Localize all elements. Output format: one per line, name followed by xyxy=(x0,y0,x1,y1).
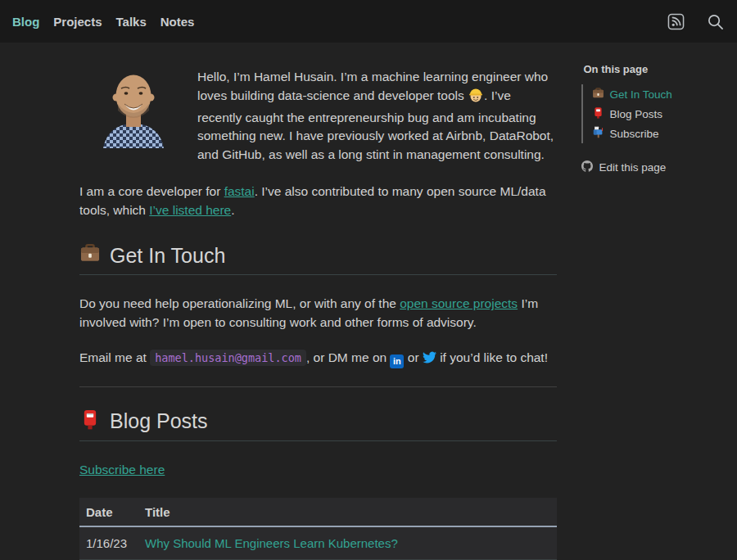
table-row: 1/16/23 Why Should ML Engineers Learn Ku… xyxy=(79,526,557,560)
table-header-row: Date Title xyxy=(79,498,557,526)
toc-list: Get In Touch Blog Posts Subscribe xyxy=(581,84,737,143)
open-source-projects-link[interactable]: open source projects xyxy=(400,296,518,310)
subscribe-here-link[interactable]: Subscribe here xyxy=(79,463,165,476)
mailbox-icon xyxy=(592,126,604,141)
briefcase-icon xyxy=(79,242,101,269)
text-segment: if you’d like to chat! xyxy=(436,350,548,364)
toc-item-blog-posts[interactable]: Blog Posts xyxy=(583,104,737,124)
core-dev-paragraph: I am a core developer for fastai. I’ve a… xyxy=(79,183,557,220)
heading-text: Get In Touch xyxy=(110,244,225,268)
edit-this-page-link[interactable]: Edit this page xyxy=(581,160,737,174)
text-segment: or xyxy=(404,350,422,364)
text-segment: Do you need help operationalizing ML, or… xyxy=(79,296,400,310)
avatar xyxy=(97,68,170,148)
edit-link-label: Edit this page xyxy=(599,161,666,174)
nav-item-notes[interactable]: Notes xyxy=(161,15,195,29)
text-segment: . xyxy=(231,203,234,217)
heading-text: Blog Posts xyxy=(110,409,208,433)
toc-item-label: Get In Touch xyxy=(609,88,671,101)
construction-worker-emoji xyxy=(468,87,484,109)
top-navbar: Blog Projects Talks Notes xyxy=(0,0,737,43)
get-in-touch-heading: Get In Touch xyxy=(79,242,557,275)
on-this-page-sidebar: On this page Get In Touch Blog Posts Sub… xyxy=(581,43,737,560)
email-link[interactable]: hamel.husain@gmail.com xyxy=(150,350,306,366)
blog-posts-table: Date Title 1/16/23 Why Should ML Enginee… xyxy=(79,498,557,560)
subscribe-paragraph: Subscribe here xyxy=(79,461,557,480)
toc-item-label: Subscribe xyxy=(609,128,658,140)
listed-here-link[interactable]: I’ve listed here xyxy=(149,203,231,217)
text-segment: , or DM me on xyxy=(306,350,391,364)
search-icon[interactable] xyxy=(707,13,724,30)
section-divider xyxy=(79,386,557,387)
post-date: 1/16/23 xyxy=(79,526,138,560)
toc-item-subscribe[interactable]: Subscribe xyxy=(583,124,737,143)
postbox-icon xyxy=(592,106,604,121)
post-title-link[interactable]: Why Should ML Engineers Learn Kubernetes… xyxy=(145,536,398,550)
toc-title: On this page xyxy=(583,63,737,75)
toc-item-label: Blog Posts xyxy=(609,108,662,120)
email-paragraph: Email me at hamel.husain@gmail.com, or D… xyxy=(79,349,557,370)
text-segment: Email me at xyxy=(79,350,150,364)
toc-item-get-in-touch[interactable]: Get In Touch xyxy=(583,84,737,104)
consulting-paragraph: Do you need help operationalizing ML, or… xyxy=(79,295,557,332)
briefcase-icon xyxy=(592,87,604,102)
intro-section: Hello, I’m Hamel Husain. I’m a machine l… xyxy=(79,68,557,183)
postbox-icon xyxy=(79,409,101,435)
nav-item-talks[interactable]: Talks xyxy=(116,15,147,29)
nav-item-projects[interactable]: Projects xyxy=(53,15,102,29)
twitter-icon[interactable] xyxy=(423,350,436,370)
main-content: Hello, I’m Hamel Husain. I’m a machine l… xyxy=(79,43,557,560)
rss-icon[interactable] xyxy=(667,13,685,30)
nav-item-blog[interactable]: Blog xyxy=(12,15,39,29)
page-body: Hello, I’m Hamel Husain. I’m a machine l… xyxy=(0,43,737,560)
col-header-title: Title xyxy=(138,498,557,526)
blog-posts-heading: Blog Posts xyxy=(79,409,557,441)
nav-icons xyxy=(667,13,724,30)
main-nav: Blog Projects Talks Notes xyxy=(12,15,194,29)
col-header-date: Date xyxy=(79,498,138,526)
github-icon xyxy=(581,160,593,174)
text-segment: I am a core developer for xyxy=(79,184,224,198)
fastai-link[interactable]: fastai xyxy=(224,184,255,198)
linkedin-icon[interactable]: in xyxy=(390,355,404,368)
